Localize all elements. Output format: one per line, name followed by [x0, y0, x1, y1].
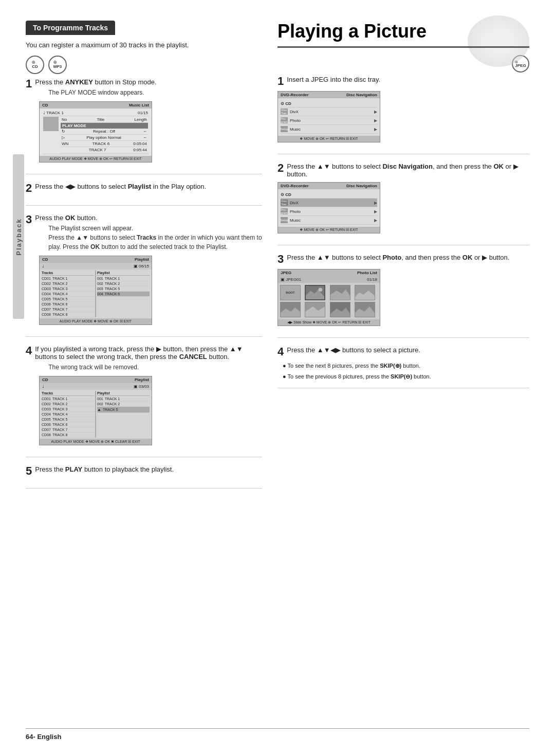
page-container: To Programme Tracks You can register a m…	[0, 0, 555, 756]
thumb-jpeg07	[355, 302, 375, 317]
play-mode-footer: AUDIO PLAY MODE ❖ MOVE ⊕ OK ↩ RETURN ☒ E…	[40, 156, 152, 162]
jpeg-footer: ◀▶ Slide Show ❖ MOVE ⊕ OK ↩ RETURN ☒ EXI…	[278, 319, 380, 326]
right-step-1-block: 1 Insert a JPEG into the disc tray. DVD-…	[278, 76, 529, 154]
playlist2-right-tracks: Playlist 001TRACK 1 002TRACK 2 ▲ TRACK 5	[97, 391, 150, 438]
nav-footer-2: ❖ MOVE ⊕ OK ↩ RETURN ☒ EXIT	[278, 227, 380, 233]
playlist-right-tracks: Playlist 001TRACK 1 002TRACK 2 003TRACK …	[97, 271, 150, 317]
right-step-4-block: 4 Press the ▲▼◀▶ buttons to select a pic…	[278, 346, 529, 388]
intro-text: You can register a maximum of 30 tracks …	[26, 40, 262, 50]
nav-screen-1: DVD-Recorder Disc Navigation ⊙ CD DiscNa…	[278, 91, 380, 142]
nav-screen-2: DVD-Recorder Disc Navigation ⊙ CD DiscNa…	[278, 182, 380, 233]
jpeg-screen: JPEG Photo List ▣ JPEG01 01/18 ROOT	[278, 269, 380, 326]
section-header: To Programme Tracks	[26, 21, 262, 40]
right-step-2-text: Press the ▲▼ buttons to select Disc Navi…	[287, 163, 519, 178]
step-3-text: Press the OK button.	[35, 214, 97, 222]
step-4-sub: The wrong track will be removed.	[48, 363, 262, 372]
sidebar-label: Playback	[15, 218, 23, 255]
step-1-sub: The PLAY MODE window appears.	[48, 88, 262, 97]
step-5-text: Press the PLAY button to playback the pl…	[35, 465, 174, 473]
play-mode-screen: CD Music List ♩ TRACK 1 01/15 NoTitleLen…	[39, 101, 152, 163]
right-step-3-text: Press the ▲▼ buttons to select Photo, an…	[287, 254, 509, 261]
playlist-screen-2: CD Playlist ♩ ▣ 03/03 Tracks CD01TRACK 1…	[39, 376, 152, 445]
cd-button: ◎ CD	[26, 56, 44, 74]
thumb-jpeg05	[305, 302, 325, 317]
step-5-num: 5	[26, 465, 32, 477]
page-title: Playing a Picture	[278, 21, 529, 48]
playlist-left-tracks: Tracks CD01TRACK 1 CD02TRACK 2 CD03TRACK…	[42, 271, 94, 317]
note-2: ● To see the previous 8 pictures, press …	[283, 372, 529, 381]
playlist-footer-1: AUDIO PLAY MODE ❖ MOVE ⊕ OK ☒ EXIT	[40, 318, 152, 325]
mp3-button: ◎ MP3	[48, 56, 67, 74]
step-4-text: If you playlisted a wrong track, press t…	[35, 345, 243, 361]
step-4-block: 4 If you playlisted a wrong track, press…	[26, 345, 262, 457]
step-3-num: 3	[26, 214, 32, 225]
step-2-block: 2 Press the ◀▶ buttons to select Playlis…	[26, 183, 262, 206]
right-step-2-num: 2	[278, 163, 284, 174]
step-1-text: Press the ANYKEY button in Stop mode.	[35, 78, 156, 86]
thumb-jpeg03	[355, 285, 375, 300]
title-area: Playing a Picture	[278, 21, 529, 48]
right-step-4-text: Press the ▲▼◀▶ buttons to select a pictu…	[287, 346, 420, 354]
right-step-3-num: 3	[278, 254, 284, 265]
playlist-footer-2: AUDIO PLAY MODE ❖ MOVE ⊕ OK ✖ CLEAR ☒ EX…	[40, 439, 152, 445]
nav-footer-1: ❖ MOVE ⊕ OK ↩ RETURN ☒ EXIT	[278, 136, 380, 142]
thumb-jpeg02	[330, 285, 350, 300]
playlist2-left-tracks: Tracks CD01TRACK 1 CD02TRACK 2 CD03TRACK…	[42, 391, 94, 438]
thumb-root: ROOT	[280, 285, 301, 300]
sidebar-bar: Playback	[13, 154, 24, 319]
step-3-block: 3 Press the OK button. The Playlist scre…	[26, 214, 262, 337]
footer-text: 64- English	[26, 728, 529, 741]
jpeg-thumbnails: ROOT	[278, 283, 380, 319]
right-step-3-block: 3 Press the ▲▼ buttons to select Photo, …	[278, 254, 529, 338]
thumb-jpeg04	[280, 302, 301, 317]
step-3-sub: The Playlist screen will appear.Press th…	[48, 224, 262, 251]
step-2-num: 2	[26, 183, 32, 194]
step-2-text: Press the ◀▶ buttons to select Playlist …	[35, 183, 206, 190]
thumb-jpeg06	[330, 302, 350, 317]
right-column: Playing a Picture ◎ JPEG 1 Insert a JPEG…	[278, 21, 529, 723]
note-1: ● To see the next 8 pictures, press the …	[283, 362, 529, 370]
playlist-screen-1: CD Playlist ♩ ▣ 06/15 Tracks CD01TRACK 1…	[39, 256, 152, 325]
svg-point-2	[319, 288, 323, 292]
step-1-block: 1 Press the ANYKEY button in Stop mode. …	[26, 78, 262, 174]
right-step-4-num: 4	[278, 346, 284, 357]
right-step-1-num: 1	[278, 76, 284, 87]
right-step-1-text: Insert a JPEG into the disc tray.	[287, 76, 380, 83]
cd-mp3-buttons: ◎ CD ◎ MP3	[26, 56, 262, 74]
step-4-num: 4	[26, 345, 32, 356]
thumb-jpeg11	[305, 285, 325, 300]
left-column: To Programme Tracks You can register a m…	[26, 21, 262, 723]
step-5-block: 5 Press the PLAY button to playback the …	[26, 465, 262, 489]
right-step-2-block: 2 Press the ▲▼ buttons to select Disc Na…	[278, 163, 529, 245]
step-1-num: 1	[26, 78, 32, 89]
